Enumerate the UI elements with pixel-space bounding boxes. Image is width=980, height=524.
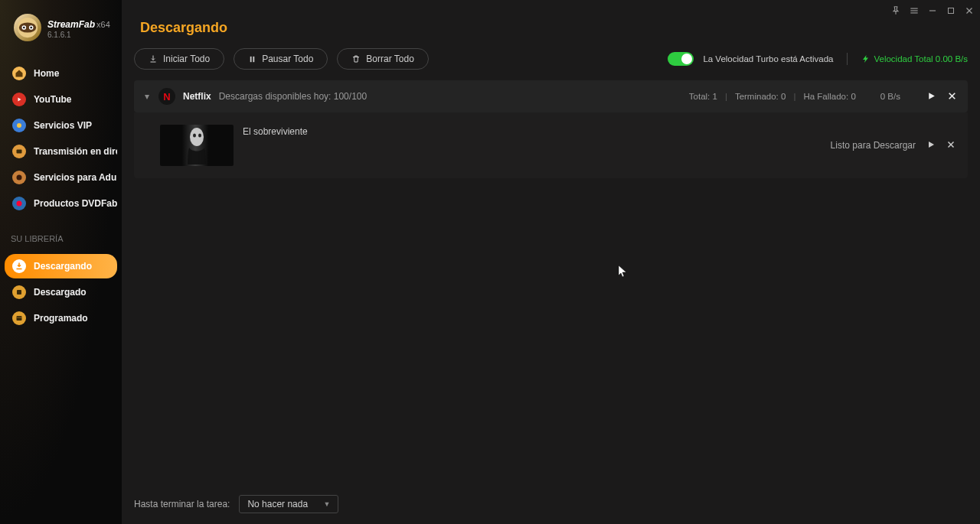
app-logo-icon bbox=[14, 14, 41, 41]
vip-icon bbox=[12, 119, 26, 132]
sidebar-item-label: Transmisión en dire... bbox=[34, 146, 117, 157]
app-arch: x64 bbox=[96, 20, 110, 29]
svg-point-26 bbox=[198, 133, 201, 137]
pause-icon bbox=[248, 55, 256, 63]
group-speed: 0 B/s bbox=[880, 92, 900, 101]
select-value: No hacer nada bbox=[247, 499, 308, 509]
app-version: 6.1.6.1 bbox=[47, 31, 110, 39]
sidebar-item-label: Servicios VIP bbox=[34, 120, 92, 131]
close-icon[interactable] bbox=[963, 5, 975, 17]
button-label: Borrar Todo bbox=[366, 54, 413, 64]
svg-rect-10 bbox=[17, 290, 21, 295]
group-play-icon[interactable] bbox=[926, 91, 936, 103]
sidebar-item-label: YouTube bbox=[34, 94, 72, 105]
sidebar-item-label: Programado bbox=[34, 313, 88, 324]
group-done: Terminado: 0 bbox=[735, 92, 786, 101]
sidebar-item-dvdfab[interactable]: Productos DVDFab bbox=[5, 191, 117, 216]
group-total: Total: 1 bbox=[689, 92, 717, 101]
sidebar-item-home[interactable]: Home bbox=[5, 61, 117, 86]
main-panel: Descargando Iniciar Todo Pausar Todo Bor… bbox=[122, 0, 980, 524]
scheduled-icon bbox=[12, 311, 26, 325]
service-name: Netflix bbox=[183, 91, 211, 102]
sidebar-item-label: Descargando bbox=[34, 261, 92, 272]
download-icon bbox=[149, 54, 158, 63]
item-status: Listo para Descargar bbox=[831, 140, 916, 151]
chevron-down-icon: ▼ bbox=[323, 500, 330, 508]
dvdfab-icon bbox=[12, 197, 26, 210]
downloading-icon bbox=[12, 259, 26, 273]
svg-rect-17 bbox=[949, 8, 954, 14]
svg-point-4 bbox=[23, 27, 24, 28]
svg-rect-11 bbox=[17, 316, 22, 321]
svg-point-5 bbox=[30, 27, 31, 28]
sidebar-item-vip[interactable]: Servicios VIP bbox=[5, 113, 117, 138]
sidebar: StreamFabx64 6.1.6.1 Home YouTube Servic… bbox=[0, 0, 122, 524]
turbo-label: La Velocidad Turbo está Activada bbox=[703, 54, 833, 63]
svg-point-6 bbox=[17, 123, 21, 128]
pin-icon[interactable] bbox=[890, 5, 902, 17]
service-quota: Descargas disponibles hoy: 100/100 bbox=[219, 91, 367, 102]
item-title: El sobreviviente bbox=[243, 125, 308, 137]
trash-icon bbox=[351, 54, 361, 63]
item-thumbnail bbox=[160, 125, 234, 166]
group-failed: Ha Fallado: 0 bbox=[803, 92, 855, 101]
app-logo-block: StreamFabx64 6.1.6.1 bbox=[0, 14, 122, 55]
svg-point-25 bbox=[193, 133, 196, 137]
button-label: Iniciar Todo bbox=[163, 54, 210, 64]
toolbar: Iniciar Todo Pausar Todo Borrar Todo La … bbox=[134, 48, 968, 80]
window-controls bbox=[890, 5, 975, 17]
svg-rect-21 bbox=[253, 56, 255, 61]
delete-all-button[interactable]: Borrar Todo bbox=[337, 48, 428, 70]
item-remove-icon[interactable] bbox=[946, 140, 956, 151]
service-group-header: ▾ N Netflix Descargas disponibles hoy: 1… bbox=[134, 80, 968, 112]
adult-icon bbox=[12, 171, 26, 184]
streaming-icon bbox=[12, 145, 26, 158]
turbo-toggle[interactable] bbox=[668, 52, 694, 66]
divider bbox=[847, 53, 848, 65]
sidebar-item-label: Home bbox=[34, 68, 59, 79]
group-close-icon[interactable] bbox=[947, 91, 957, 103]
sidebar-item-streaming[interactable]: Transmisión en dire... bbox=[5, 139, 117, 164]
start-all-button[interactable]: Iniciar Todo bbox=[134, 48, 224, 70]
sidebar-library-header: SU LIBRERÍA bbox=[0, 222, 122, 248]
netflix-icon: N bbox=[158, 88, 175, 105]
svg-rect-7 bbox=[17, 150, 22, 154]
sidebar-item-downloading[interactable]: Descargando bbox=[5, 254, 117, 278]
app-name: StreamFab bbox=[47, 19, 95, 30]
after-task-select[interactable]: No hacer nada ▼ bbox=[239, 495, 338, 513]
after-task-label: Hasta terminar la tarea: bbox=[134, 499, 230, 509]
total-speed: Velocidad Total 0.00 B/s bbox=[861, 54, 968, 63]
bottom-bar: Hasta terminar la tarea: No hacer nada ▼ bbox=[122, 486, 980, 524]
page-title: Descargando bbox=[131, 0, 968, 48]
svg-point-8 bbox=[17, 175, 22, 181]
download-item: El sobreviviente Listo para Descargar bbox=[134, 112, 968, 178]
sidebar-item-scheduled[interactable]: Programado bbox=[5, 306, 117, 330]
sidebar-item-adult[interactable]: Servicios para Adul... bbox=[5, 165, 117, 190]
sidebar-item-downloaded[interactable]: Descargado bbox=[5, 280, 117, 304]
sidebar-item-youtube[interactable]: YouTube bbox=[5, 87, 117, 112]
bolt-icon bbox=[861, 54, 871, 63]
chevron-down-icon[interactable]: ▾ bbox=[145, 91, 149, 102]
maximize-icon[interactable] bbox=[945, 5, 957, 17]
svg-rect-20 bbox=[250, 56, 252, 61]
sidebar-item-label: Productos DVDFab bbox=[34, 198, 117, 209]
youtube-icon bbox=[12, 93, 26, 106]
home-icon bbox=[12, 67, 26, 80]
sidebar-item-label: Descargado bbox=[34, 287, 87, 298]
downloaded-icon bbox=[12, 285, 26, 299]
svg-point-24 bbox=[190, 128, 204, 146]
button-label: Pausar Todo bbox=[262, 54, 313, 64]
pause-all-button[interactable]: Pausar Todo bbox=[234, 48, 328, 70]
minimize-icon[interactable] bbox=[926, 5, 939, 17]
svg-point-1 bbox=[19, 22, 37, 32]
svg-point-9 bbox=[17, 201, 22, 207]
menu-icon[interactable] bbox=[908, 5, 920, 17]
sidebar-item-label: Servicios para Adul... bbox=[34, 172, 117, 183]
speed-text: Velocidad Total 0.00 B/s bbox=[874, 54, 968, 63]
item-play-icon[interactable] bbox=[926, 140, 936, 151]
